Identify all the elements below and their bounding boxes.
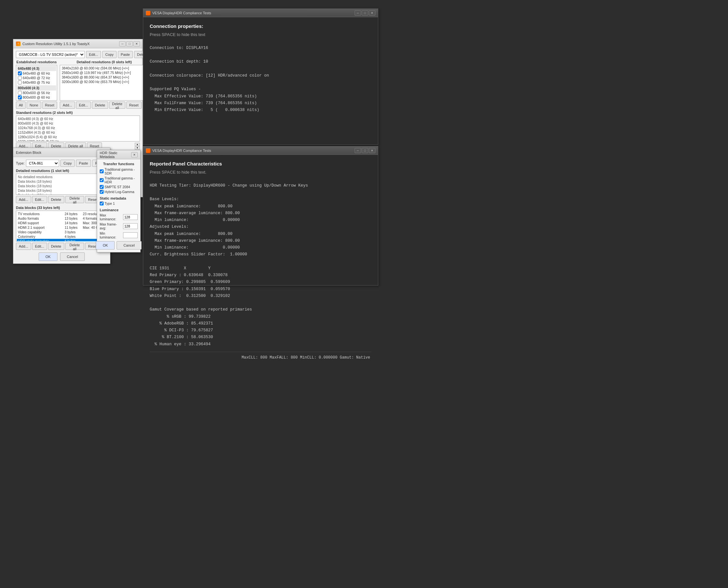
- data-row-hdmi[interactable]: HDMI support 14 bytes Max: 300 MHz: [17, 220, 106, 225]
- vesa-close-btn-1[interactable]: ✕: [369, 10, 376, 16]
- cru-title-text: Custom Resolution Utility 1.5.1 by Toast…: [22, 42, 89, 46]
- vesa-line-max-ff: Max FullFrame Value: 739 (764.865356 nit…: [150, 100, 371, 107]
- hdr-cancel-btn[interactable]: Cancel: [117, 241, 141, 250]
- hdr-cb-smpte[interactable]: SMPTE ST 2084: [100, 185, 138, 189]
- hdr-cb-sdr[interactable]: Traditional gamma - SDR: [100, 167, 138, 175]
- detailed-resolutions-panel: Detailed resolutions (0 slots left) 3840…: [60, 60, 148, 109]
- data-row-hdr[interactable]: HDR static metadata 6 bytes: [17, 239, 106, 241]
- hdr-max-avg-input[interactable]: [123, 223, 138, 229]
- established-resolutions-panel: Established resolutions 640x480 (4:3) 64…: [16, 60, 57, 109]
- std-item-5: 1280x1024 (5:4) @ 60 Hz: [17, 135, 139, 139]
- vesa2-gamut-header: Gamut Coverage based on reported primari…: [150, 306, 371, 313]
- cru-app-icon: T: [16, 42, 20, 46]
- ext-detail-no-res: No detailed resolutions: [17, 174, 106, 179]
- detailed-delete-btn[interactable]: Delete: [92, 102, 108, 109]
- hdr-cb-hlg[interactable]: Hybrid Log-Gamma: [100, 190, 138, 194]
- vesa-title-text-1: VESA DisplayHDR Compliance Tests: [152, 11, 211, 15]
- ext-detail-header: Detailed resolutions (1 slot left): [16, 169, 107, 173]
- ext-paste-btn[interactable]: Paste: [76, 160, 91, 167]
- cru-close-button[interactable]: ✕: [134, 41, 140, 46]
- cru-titlebar: T Custom Resolution Utility 1.5.1 by Toa…: [13, 39, 143, 48]
- data-bytes-hdmi: 14 bytes: [65, 221, 81, 225]
- hdr-max-lum-label: Max luminance:: [100, 213, 122, 221]
- established-res-list[interactable]: 640x480 (4:3) 640x480 @ 60 Hz 640x480 @ …: [16, 65, 57, 101]
- detailed-res-list[interactable]: 3840x2160 @ 60.000 Hz (594.00 MHz) [+/+]…: [60, 65, 148, 101]
- ext-detail-add-btn[interactable]: Add...: [16, 196, 31, 203]
- ext-data-edit-btn[interactable]: Edit...: [32, 243, 47, 250]
- hdr-max-lum-input[interactable]: [123, 214, 138, 220]
- vesa-maximize-btn-2[interactable]: □: [362, 148, 368, 153]
- hdr-ok-btn[interactable]: OK: [96, 241, 115, 250]
- vesa2-base-min: Min luminance: 0.00000: [150, 217, 371, 224]
- cru-copy-button[interactable]: Copy: [102, 51, 117, 58]
- res-800x600-60[interactable]: 800x600 @ 60 Hz: [17, 95, 56, 100]
- ext-detail-delete-btn[interactable]: Delete: [48, 196, 64, 203]
- res-640x480-72[interactable]: 640x480 @ 72 Hz: [17, 76, 56, 80]
- cru-minimize-button[interactable]: ─: [119, 41, 126, 46]
- res-640x480-75[interactable]: 640x480 @ 75 Hz: [17, 80, 56, 85]
- ext-type-row: Type: CTA-861 Copy Paste Reset: [16, 160, 107, 167]
- ext-copy-btn[interactable]: Copy: [60, 160, 75, 167]
- vesa-minimize-btn-2[interactable]: ─: [355, 148, 361, 153]
- hdr-transfer-label: Transfer functions: [100, 162, 138, 166]
- established-reset-btn[interactable]: Reset: [42, 102, 58, 109]
- ext-detail-delete-all-btn[interactable]: Delete all: [65, 196, 84, 203]
- vesa-line-min-eff: Min Effective Value: 5 ( 0.000638 nits): [150, 107, 371, 113]
- established-all-btn[interactable]: All: [16, 102, 26, 109]
- cru-device-select[interactable]: GSMCOCB - LG TV SSCR2 (active)*: [16, 51, 85, 58]
- hdr-cb-type1[interactable]: Type 1: [100, 202, 138, 205]
- vesa-minimize-btn-1[interactable]: ─: [355, 10, 361, 16]
- standard-down-btn[interactable]: ▼: [135, 146, 140, 150]
- data-row-tv[interactable]: TV resolutions 24 bytes 23 resolutions: [17, 212, 106, 216]
- data-row-audio[interactable]: Audio formats 13 bytes 4 formats: [17, 216, 106, 220]
- ext-data-delete-all-btn[interactable]: Delete all: [65, 243, 84, 250]
- ext-detail-list[interactable]: No detailed resolutions Data blocks (18 …: [16, 174, 107, 195]
- detailed-add-btn[interactable]: Add...: [60, 102, 75, 109]
- ext-data-add-btn[interactable]: Add...: [16, 243, 31, 250]
- vesa-title-left-1: VESA DisplayHDR Compliance Tests: [146, 11, 211, 15]
- ext-data-delete-btn[interactable]: Delete: [48, 243, 64, 250]
- data-row-colorimetry[interactable]: Colorimetry 4 bytes: [17, 234, 106, 239]
- data-row-video[interactable]: Video capability 3 bytes: [17, 230, 106, 234]
- ext-type-select[interactable]: CTA-861: [26, 160, 59, 167]
- cru-device-row: GSMCOCB - LG TV SSCR2 (active)* Edit... …: [16, 51, 140, 58]
- ext-data-actions: Add... Edit... Delete Delete all Reset ▲…: [16, 243, 107, 250]
- cru-maximize-button[interactable]: □: [126, 41, 133, 46]
- detailed-reset-btn[interactable]: Reset: [126, 102, 142, 109]
- ext-detail-edit-btn[interactable]: Edit...: [32, 196, 47, 203]
- hdr-cb-hdr[interactable]: Traditional gamma - HDR: [100, 176, 138, 184]
- hdr-luminance-label: Luminance: [100, 208, 138, 212]
- detail-item-4: 3200x1800 @ 92.000 Hz (653.79 MHz) [+/+]: [61, 80, 147, 84]
- detailed-delete-all-btn[interactable]: Delete all: [109, 102, 125, 109]
- hdr-cb-smpte-label: SMPTE ST 2084: [104, 185, 130, 189]
- ext-data-list[interactable]: TV resolutions 24 bytes 23 resolutions A…: [16, 211, 107, 241]
- established-none-btn[interactable]: None: [27, 102, 41, 109]
- ext-ok-btn[interactable]: OK: [39, 252, 58, 261]
- vesa2-cie-header: CIE 1931 X Y: [150, 265, 371, 272]
- standard-up-btn[interactable]: ▲: [135, 143, 140, 146]
- hdr-popup-close-btn[interactable]: ✕: [131, 152, 138, 158]
- cru-edit-button[interactable]: Edit...: [86, 51, 101, 58]
- res-640x480-60[interactable]: 640x480 @ 60 Hz: [17, 71, 56, 76]
- vesa-close-btn-2[interactable]: ✕: [369, 148, 376, 153]
- hdr-cb-sdr-label: Traditional gamma - SDR: [104, 167, 138, 175]
- hdr-btn-row: OK Cancel: [100, 241, 138, 250]
- detailed-edit-btn[interactable]: Edit...: [76, 102, 91, 109]
- ext-titlebar: Extension Block ✕: [13, 148, 110, 157]
- group-640x480: 640x480 (4:3): [17, 66, 56, 71]
- vesa2-blue: Blue Primary : 0.150391 0.059570: [150, 286, 371, 293]
- hdr-min-lum-input[interactable]: [123, 232, 138, 238]
- data-row-hdmi21[interactable]: HDMI 2.1 support 11 bytes Max: 40 Gbps: [17, 225, 106, 230]
- ext-cancel-btn[interactable]: Cancel: [60, 252, 85, 261]
- ext-type-label: Type:: [16, 161, 25, 165]
- data-label-video: Video capability: [18, 230, 63, 234]
- vesa-mono-1: Connection to: DISPLAY16 Connection bit …: [150, 45, 371, 114]
- cru-paste-button[interactable]: Paste: [118, 51, 133, 58]
- vesa-window-1: VESA DisplayHDR Compliance Tests ─ □ ✕ C…: [143, 8, 378, 145]
- vesa-header-2: Reported Panel Characteristics: [150, 160, 371, 168]
- vesa2-bt2100: % BT.2100 : 58.063530: [150, 334, 371, 341]
- res-800x600-56[interactable]: 800x600 @ 56 Hz: [17, 90, 56, 95]
- vesa-maximize-btn-1[interactable]: □: [362, 10, 368, 16]
- res-800x600-72[interactable]: 800x600 @ 72 Hz: [17, 100, 56, 101]
- standard-res-list[interactable]: 640x480 (4:3) @ 60 Hz 800x600 (4:3) @ 60…: [16, 115, 140, 142]
